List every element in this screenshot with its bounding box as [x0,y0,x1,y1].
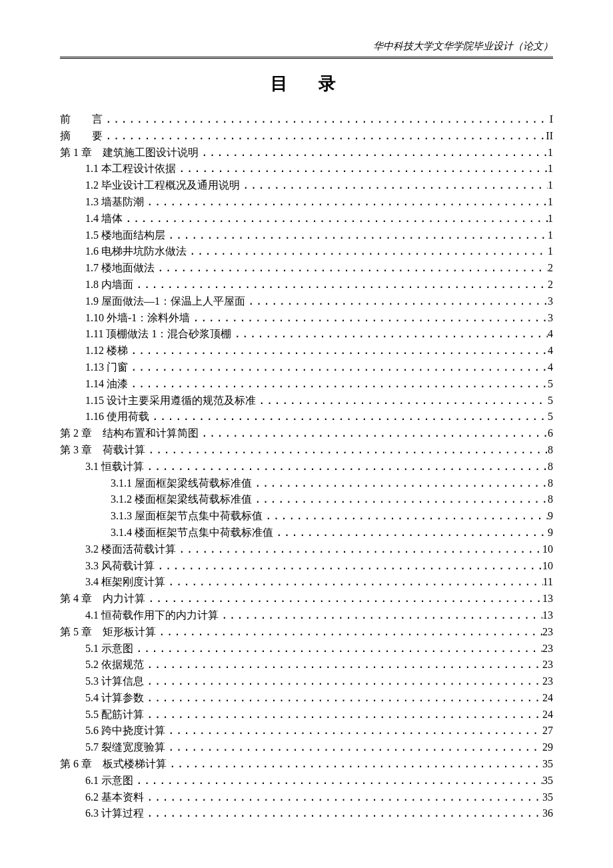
toc-entry-page: 23 [542,641,553,657]
toc-entry-label: 第 4 章 内力计算 [60,591,145,607]
toc-entry-label: 5.5 配筋计算 [85,707,144,723]
toc-entry-label: 3.1.2 楼面框架梁线荷载标准值 [111,491,252,508]
toc-entry: 3.1.1 屋面框架梁线荷载标准值8 [60,475,553,492]
toc-entry-page: 24 [542,690,553,707]
toc-leader-dots [199,425,548,442]
running-header: 华中科技大学文华学院毕业设计（论文） [60,40,553,59]
toc-entry-label: 1.13 门窗 [85,359,128,376]
toc-leader-dots [252,475,548,492]
toc-leader-dots [231,326,548,343]
toc-entry-page: 2 [548,260,553,277]
toc-leader-dots [165,574,543,591]
toc-entry-label: 3.3 风荷载计算 [85,558,155,575]
toc-entry-label: 5.1 示意图 [85,641,133,657]
toc-entry: 5.2 依据规范23 [60,657,553,673]
toc-entry: 5.6 跨中挠度计算27 [60,723,553,739]
toc-leader-dots [252,491,548,508]
toc-entry: 3.2 楼面活荷载计算10 [60,541,553,558]
toc-entry: 1.1 本工程设计依据1 [60,161,553,177]
toc-leader-dots [103,128,546,145]
toc-entry-label: 5.6 跨中挠度计算 [85,723,165,739]
toc-entry-label: 6.3 计算过程 [85,805,144,822]
toc-leader-dots [187,243,548,260]
toc-leader-dots [144,459,548,475]
toc-leader-dots [165,723,542,739]
toc-entry: 3.3 风荷载计算10 [60,558,553,575]
toc-entry: 1.13 门窗4 [60,359,553,376]
toc-entry-page: 9 [548,525,553,541]
toc-entry-page: 4 [548,326,553,343]
toc-entry-label: 1.16 使用荷载 [85,409,149,425]
toc-entry: 1.15 设计主要采用遵循的规范及标准5 [60,393,553,409]
toc-entry: 5.7 裂缝宽度验算29 [60,739,553,756]
toc-entry-label: 1.4 墙体 [85,211,123,227]
toc-entry-page: 8 [548,459,553,475]
toc-entry-label: 5.3 计算信息 [85,673,144,690]
toc-entry: 3.1.2 楼面框架梁线荷载标准值8 [60,491,553,508]
toc-entry: 第 1 章 建筑施工图设计说明1 [60,145,553,161]
toc-entry: 4.1 恒荷载作用下的内力计算13 [60,607,553,624]
toc-leader-dots [165,227,548,244]
toc-entry-label: 摘 要 [60,128,103,145]
toc-entry-page: 8 [548,475,553,492]
toc-leader-dots [145,591,542,607]
toc-entry-label: 6.1 示意图 [85,773,133,789]
toc-entry: 1.10 外墙-1：涂料外墙3 [60,310,553,327]
toc-entry-page: 5 [548,393,553,409]
toc-entry: 第 5 章 矩形板计算23 [60,624,553,641]
toc-entry-label: 5.4 计算参数 [85,690,144,707]
toc-leader-dots [144,707,542,723]
toc-entry-page: 23 [542,673,553,690]
toc-entry-page: 1 [548,243,553,260]
toc-list: 前 言I摘 要II第 1 章 建筑施工图设计说明11.1 本工程设计依据11.2… [60,111,553,822]
toc-entry-label: 第 2 章 结构布置和计算简图 [60,425,199,442]
toc-entry-label: 1.2 毕业设计工程概况及通用说明 [85,177,240,194]
toc-entry: 5.3 计算信息23 [60,673,553,690]
toc-entry: 1.4 墙体1 [60,211,553,227]
toc-entry-label: 3.4 框架刚度计算 [85,574,165,591]
toc-leader-dots [133,641,542,657]
toc-leader-dots [103,111,550,128]
toc-entry-label: 1.11 顶棚做法 1：混合砂浆顶棚 [85,326,231,343]
toc-entry-label: 1.8 内墙面 [85,277,133,293]
toc-leader-dots [263,508,548,525]
toc-entry: 1.11 顶棚做法 1：混合砂浆顶棚4 [60,326,553,343]
toc-entry-page: 11 [543,574,553,591]
toc-entry-label: 3.1.4 楼面框架节点集中荷载标准值 [111,525,273,541]
toc-leader-dots [144,657,542,673]
toc-entry: 1.16 使用荷载5 [60,409,553,425]
toc-entry-label: 1.3 墙基防潮 [85,194,144,211]
toc-entry-page: 1 [548,177,553,194]
toc-entry: 第 2 章 结构布置和计算简图6 [60,425,553,442]
toc-entry: 前 言I [60,111,553,128]
toc-entry-page: 8 [548,442,553,459]
toc-entry: 1.2 毕业设计工程概况及通用说明1 [60,177,553,194]
toc-leader-dots [149,409,548,425]
toc-entry-page: 35 [542,789,553,806]
toc-entry: 5.4 计算参数24 [60,690,553,707]
toc-leader-dots [123,211,548,227]
toc-entry-page: 23 [542,624,553,641]
toc-leader-dots [128,343,548,359]
toc-entry-page: 1 [548,211,553,227]
toc-entry: 3.1.4 楼面框架节点集中荷载标准值9 [60,525,553,541]
toc-leader-dots [165,739,542,756]
toc-leader-dots [155,558,542,575]
toc-entry-page: 4 [548,343,553,359]
toc-leader-dots [144,194,548,211]
toc-entry: 6.1 示意图35 [60,773,553,789]
toc-entry-page: 6 [548,425,553,442]
toc-entry-page: 5 [548,409,553,425]
toc-entry-label: 3.1.1 屋面框架梁线荷载标准值 [111,475,252,492]
toc-entry-label: 3.1.3 屋面框架节点集中荷载标值 [111,508,263,525]
toc-leader-dots [190,310,548,327]
toc-leader-dots [128,376,548,393]
toc-entry-label: 3.2 楼面活荷载计算 [85,541,176,558]
toc-entry-page: 1 [548,145,553,161]
toc-leader-dots [133,773,542,789]
toc-entry-page: 13 [542,591,553,607]
toc-entry-page: 1 [548,194,553,211]
toc-leader-dots [155,260,548,277]
toc-entry: 第 4 章 内力计算13 [60,591,553,607]
toc-entry-page: 35 [542,756,553,773]
